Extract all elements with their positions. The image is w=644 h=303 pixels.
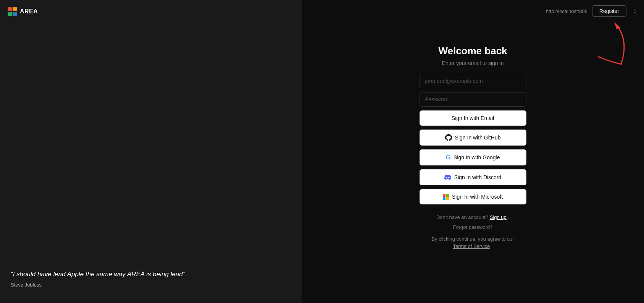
sign-in-discord-label: Sign In with Discord [454, 174, 502, 180]
welcome-title: Welcome back [438, 45, 507, 57]
google-icon: G [446, 154, 450, 161]
tos-text: By clicking continue, you agree to our T… [420, 235, 526, 250]
sign-in-email-button[interactable]: Sign In with Email [420, 110, 526, 126]
discord-icon [444, 174, 451, 181]
top-nav: http://localhost:808 Register ☽ [302, 0, 644, 22]
theme-toggle-icon[interactable]: ☽ [631, 8, 636, 15]
microsoft-icon [443, 194, 449, 200]
sign-in-google-button[interactable]: G Sign In with Google [420, 149, 526, 165]
sign-in-microsoft-label: Sign In with Microsoft [452, 194, 503, 200]
welcome-subtitle: Enter your email to sign in [442, 60, 504, 66]
no-account-text: Don't have an account? Sign up . [420, 214, 526, 221]
left-panel: AREA “I should have lead Apple the same … [0, 0, 302, 303]
forgot-password-link[interactable]: Forgot password? [420, 224, 526, 230]
sign-in-google-label: Sign In with Google [454, 154, 500, 160]
sign-in-discord-button[interactable]: Sign In with Discord [420, 169, 526, 185]
sign-in-email-label: Sign In with Email [452, 115, 494, 121]
sign-in-github-button[interactable]: Sign In with GitHub [420, 130, 526, 146]
password-input[interactable] [420, 92, 526, 107]
right-panel: http://localhost:808 Register ☽ Welcome … [302, 0, 644, 303]
logo-text: AREA [20, 8, 38, 15]
footer-links: Don't have an account? Sign up . Forgot … [420, 214, 526, 253]
sign-in-github-label: Sign In with GitHub [455, 134, 501, 141]
sign-up-link[interactable]: Sign up [490, 214, 507, 220]
email-input[interactable] [420, 74, 526, 88]
github-icon [445, 134, 452, 141]
arrow-annotation [591, 18, 636, 68]
quote-author: Steve Jobless [11, 282, 291, 288]
quote-area: “I should have lead Apple the same way A… [11, 270, 291, 288]
register-button[interactable]: Register [592, 5, 626, 17]
url-display: http://localhost:808 [546, 8, 588, 14]
terms-of-service-link[interactable]: Terms of Service [453, 243, 490, 249]
svg-marker-0 [614, 22, 620, 29]
logo-area: AREA [0, 0, 302, 23]
form-container: Welcome back Enter your email to sign in… [420, 45, 526, 253]
quote-text: “I should have lead Apple the same way A… [11, 270, 291, 279]
sign-in-microsoft-button[interactable]: Sign In with Microsoft [420, 189, 526, 204]
logo-icon [8, 7, 17, 16]
